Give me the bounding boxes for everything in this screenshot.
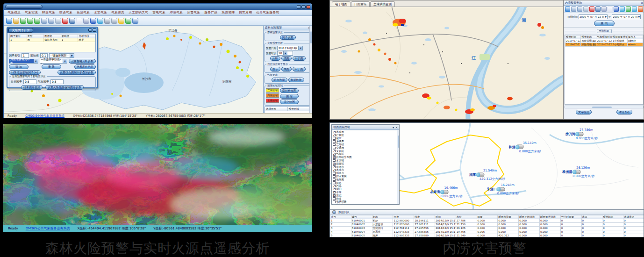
menu-item[interactable]: 旅游气象 (77, 10, 90, 15)
map-tab[interactable]: 土壤墒情监测 (370, 1, 395, 7)
add-button[interactable]: 添 加 (9, 64, 29, 69)
flood-map-canvas[interactable] (330, 7, 563, 120)
dialog-titlebar[interactable]: 火险因子计算 (7, 28, 97, 33)
field-select[interactable]: --请选择字段值--▼ (40, 59, 67, 64)
column-header[interactable]: 断面水流量 (498, 215, 519, 219)
pre-factor-input[interactable]: 0.5 (23, 79, 36, 84)
satellite-image[interactable] (3, 124, 312, 225)
panel-button[interactable]: 清空绘图 (280, 100, 299, 104)
panel-button[interactable]: 删 除 (280, 94, 299, 99)
menu-item[interactable]: 气象信息 (7, 10, 21, 15)
fly-to-icon[interactable] (20, 18, 26, 24)
factor-table[interactable]: 因子索引类型图层名影响值分析字段1面森林分布图1地类 (9, 34, 96, 52)
menu-item[interactable]: 交通气象 (59, 10, 72, 15)
table-row[interactable]: 2019-07-22 1...风险等级:暴雨2019-07-22 1...3小时… (565, 43, 643, 47)
layer-checkbox[interactable] (333, 197, 336, 200)
map-area[interactable]: 长沙市 平江县 浏阳市 火险因子计算 因子索引类型图层名影响值分析字段1面森林分… (4, 26, 312, 113)
layer-checkbox[interactable] (333, 134, 336, 136)
warning-level-chip[interactable]: 四级区域 (266, 93, 279, 98)
column-header[interactable]: 预警区域 (288, 107, 311, 111)
flood-map-area[interactable]: 湘 江 (330, 7, 563, 120)
column-header[interactable]: 操作人 (627, 36, 643, 39)
horizontal-scrollbar[interactable] (565, 106, 644, 108)
panel-button[interactable]: 分析 (270, 56, 280, 61)
panel-button[interactable]: 数据检验 (288, 78, 304, 82)
layer-checkbox[interactable] (333, 156, 336, 159)
column-header[interactable]: 类型 (27, 35, 44, 38)
panel-button[interactable]: 成图 (281, 56, 292, 61)
date-from-picker[interactable]: 2009 年 07 月 22 日▼ (579, 14, 608, 19)
back-arrow-icon[interactable] (125, 18, 131, 24)
station-gauge[interactable]: 16.248m朱洲口0.000立方米/秒 (487, 183, 519, 196)
preview-button[interactable]: 结果图形预览 (21, 85, 43, 90)
layer-item[interactable]: 水库 (332, 191, 399, 194)
layer-checkbox[interactable] (333, 140, 336, 143)
minimize-button[interactable] (297, 5, 301, 9)
layer-item[interactable]: 湖泊 (332, 187, 399, 191)
layer-checkbox[interactable] (333, 175, 336, 178)
layer-checkbox[interactable] (333, 137, 336, 140)
column-header[interactable]: 影响值 (61, 35, 78, 38)
column-header[interactable]: 水位 (456, 215, 477, 219)
panel-button[interactable]: 详情查看 (616, 110, 632, 114)
column-header[interactable]: 编号 (351, 215, 372, 219)
station-gauge[interactable]: 35.149m株洲0.000立方米/秒 (509, 141, 541, 153)
overview-map-icon[interactable] (132, 18, 138, 24)
panel-button[interactable]: 森林分布图 (280, 88, 299, 93)
layer-checkbox[interactable] (333, 172, 336, 175)
column-header[interactable]: 水体状态 (623, 215, 644, 219)
layer-checkbox[interactable] (333, 178, 336, 181)
list-icon[interactable] (332, 210, 336, 214)
column-header[interactable]: 预报雨量类型 (612, 36, 627, 39)
station-data-table[interactable]: 序号编号名称经度纬度时间水位雨量断面水流量断面平均流速断面最大流速一小时雨量水温… (330, 215, 644, 237)
menu-item[interactable]: 冰雪气象 (187, 10, 200, 15)
layer-item[interactable]: 河流 (332, 185, 399, 188)
zoom-out-icon[interactable] (48, 18, 54, 24)
menu-item[interactable]: 气象实况 (25, 10, 38, 15)
layer-item[interactable]: 行政区 (332, 134, 399, 137)
pin-icon[interactable]: ▾ (393, 126, 394, 129)
table-row[interactable]: 561040005湘潭112.90333327.8588892014/12/9 … (330, 234, 644, 238)
layer-view-icon[interactable] (97, 18, 103, 24)
warning-level-chip[interactable]: 五级区域 (266, 99, 279, 103)
layer-checkbox[interactable] (333, 200, 336, 203)
column-header[interactable]: 预警标志 (602, 215, 623, 219)
panel-button[interactable]: 因子图 (293, 56, 306, 61)
menu-item[interactable]: 雷电气象 (152, 10, 165, 15)
layer-checkbox[interactable] (333, 204, 336, 204)
column-header[interactable]: 时间 (435, 215, 456, 219)
column-header[interactable]: 因子索引 (10, 35, 27, 38)
met-factor-input[interactable]: 0.5 (50, 79, 64, 84)
status-system-link[interactable]: DM365公共气象服务业务系统 (26, 226, 70, 231)
station-gauge[interactable]: 27.786m捞刀河0.000立方米/秒 (565, 128, 598, 141)
layer-selected-dropdown[interactable]: 湖南省森林分布图▼ (9, 59, 38, 64)
query-button[interactable]: 查 询 (594, 21, 615, 26)
menu-item[interactable]: 系统管理 (222, 10, 235, 15)
station-gauge[interactable]: 26.126m株洲港0.000立方米/秒 (562, 166, 594, 178)
column-header[interactable]: 选择图形 (265, 107, 288, 111)
identify-icon[interactable] (83, 18, 89, 24)
column-header[interactable]: 分析字段 (78, 35, 95, 38)
layer-checkbox[interactable] (333, 169, 336, 171)
set-raster-params-button[interactable]: 设置栅格分析参数 (69, 59, 96, 64)
menu-item[interactable]: 环境气象 (170, 10, 183, 15)
layer-item[interactable]: 地形图 (332, 178, 399, 181)
table-row[interactable]: 361040003宫宛河口112.76111127.9055562014/12/… (330, 227, 644, 230)
column-header[interactable]: 水温 (581, 215, 602, 219)
measure-icon[interactable] (13, 18, 19, 24)
monitor-map-area[interactable]: 27.786m捞刀河0.000立方米/秒35.149m株洲0.000立方米/秒1… (330, 123, 644, 209)
calc-composite-button[interactable]: 计算综合影响因子(+) (9, 70, 41, 75)
delete-button[interactable]: 删 除 (42, 64, 61, 69)
column-header[interactable]: 断面最大流速 (539, 215, 560, 219)
panel-button[interactable]: 因子设置 (280, 35, 296, 40)
menu-item[interactable]: 气象传真 (111, 10, 124, 15)
panel-close-icon[interactable]: ✕ (641, 1, 643, 5)
globe-icon[interactable] (6, 18, 12, 24)
document-icon[interactable] (76, 18, 82, 24)
column-header[interactable]: 气象预报时间 (596, 36, 612, 39)
back-arrow-icon[interactable] (626, 6, 631, 12)
column-header[interactable]: 预警名称 (581, 36, 596, 39)
menu-item[interactable]: 人工影响天气 (129, 10, 148, 15)
scan-icon[interactable] (111, 18, 117, 24)
column-header[interactable]: 雨量 (477, 215, 498, 219)
